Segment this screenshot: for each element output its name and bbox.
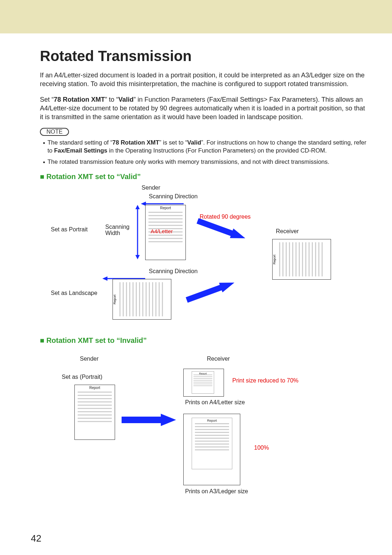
doc-landscape-receiver: Report xyxy=(272,239,331,280)
lbl-a4: A4/Letter xyxy=(151,228,173,234)
n1-b2: Valid xyxy=(187,139,201,146)
arrow-icon-2 xyxy=(185,278,236,305)
n1-mid1: ” is set to “ xyxy=(159,139,187,146)
lbl-scan-dir-bottom: Scanning Direction xyxy=(149,268,197,275)
svg-marker-4 xyxy=(135,255,140,259)
d2-mini-lines xyxy=(193,374,212,386)
doc-vlines-2 xyxy=(119,282,163,316)
d2-inner: Report xyxy=(192,418,232,469)
d2-doc-sender: Report xyxy=(74,385,115,440)
d2-big-title: Report xyxy=(192,419,232,422)
paragraph-1: If an A4/Letter-sized document is loaded… xyxy=(40,71,367,89)
page-content: Rotated Transmission If an A4/Letter-siz… xyxy=(0,33,392,555)
doc-vlines xyxy=(279,242,323,276)
lbl-scan-dir-top: Scanning Direction xyxy=(149,193,197,200)
svg-marker-5 xyxy=(196,216,247,243)
n1-post: in the Operating Instructions (For Funct… xyxy=(107,147,327,154)
note-label: NOTE xyxy=(40,128,69,136)
diagram-valid: Sender Scanning Direction Set as Portrai… xyxy=(40,185,367,330)
doc-vtitle: Report xyxy=(273,239,278,279)
subhead-valid: Rotation XMT set to “Valid” xyxy=(40,173,367,181)
n2-text: The rotated transmission feature only wo… xyxy=(48,158,330,166)
d2-mini: Report xyxy=(192,371,214,394)
diagram-invalid: Sender Receiver Set as (Portrait) Report… xyxy=(40,348,367,501)
d2-prints-a3: Prints on A3/Ledger size xyxy=(185,488,248,495)
d2-doc-lines xyxy=(78,392,112,422)
note-box: NOTE The standard setting of “78 Rotatio… xyxy=(40,128,367,166)
d2-prints-a4: Prints on A4/Letter size xyxy=(185,399,245,406)
d2-receiver: Receiver xyxy=(207,356,230,362)
d2-doc-title: Report xyxy=(75,386,115,390)
lbl-sender: Sender xyxy=(142,185,160,191)
paragraph-2: Set “78 Rotation XMT” to “Valid” in Func… xyxy=(40,95,367,122)
d2-100: 100% xyxy=(254,445,269,451)
doc-vtitle-2: Report xyxy=(113,279,118,319)
svg-marker-9 xyxy=(122,414,176,426)
p2-b1: 78 Rotation XMT xyxy=(54,96,105,103)
d2-doc-big: Report xyxy=(183,414,240,485)
note-2: The rotated transmission feature only wo… xyxy=(43,158,367,166)
note-list: The standard setting of “78 Rotation XMT… xyxy=(43,139,367,166)
d2-arrow-icon xyxy=(122,414,176,426)
p2-mid1: ” to “ xyxy=(105,96,118,103)
svg-marker-8 xyxy=(185,278,236,305)
n1-b1: 78 Rotation XMT xyxy=(113,139,159,146)
lbl-set-portrait: Set as Portrait xyxy=(51,226,87,233)
d2-set-portrait: Set as (Portrait) xyxy=(62,374,102,380)
doc-landscape-sender: Report xyxy=(113,279,171,320)
lbl-set-landscape: Set as Landscape xyxy=(51,290,97,296)
note-1: The standard setting of “78 Rotation XMT… xyxy=(43,139,367,154)
n1-b3: Fax/Email Settings xyxy=(54,147,107,154)
doc-title: Report xyxy=(146,206,185,210)
page-title: Rotated Transmission xyxy=(40,48,367,64)
top-band xyxy=(0,0,392,33)
page-number: 42 xyxy=(31,533,41,544)
arrow-icon xyxy=(196,216,247,243)
lbl-receiver: Receiver xyxy=(276,228,299,235)
doc-lines xyxy=(148,212,183,242)
p2-b2: Valid xyxy=(118,96,134,103)
d2-doc-small: Report xyxy=(183,369,224,397)
n1-pre: The standard setting of “ xyxy=(48,139,113,146)
d2-reduced: Print size reduced to 70% xyxy=(232,377,298,384)
lbl-scan-width: Scanning Width xyxy=(105,224,138,236)
p2-pre: Set “ xyxy=(40,96,54,103)
d2-big-lines xyxy=(195,423,229,450)
subhead-invalid: Rotation XMT set to “Invalid” xyxy=(40,336,367,345)
svg-marker-7 xyxy=(102,276,107,281)
svg-marker-3 xyxy=(135,205,140,209)
d2-sender: Sender xyxy=(80,356,99,362)
